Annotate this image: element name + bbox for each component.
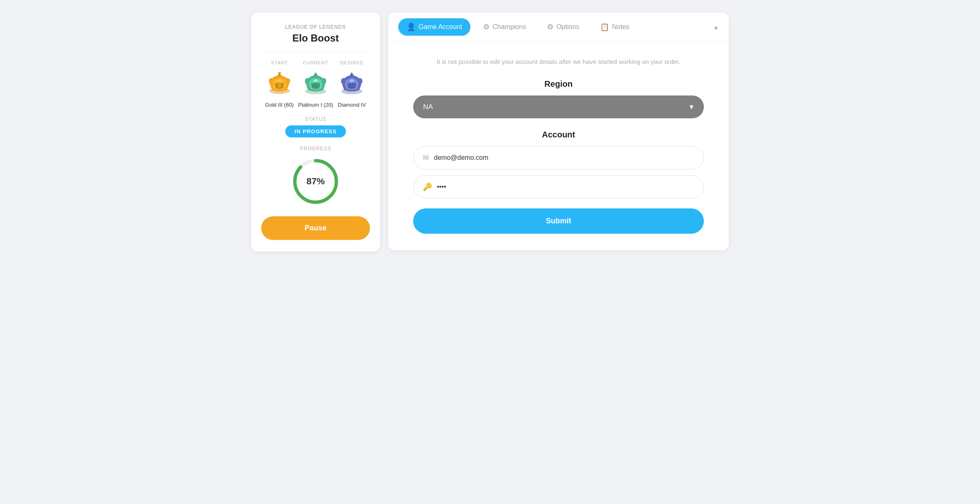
right-panel: 👤 Game Account ⚙ Champions ⚙ Options 📋 N… bbox=[388, 12, 729, 250]
submit-button[interactable]: Submit bbox=[413, 208, 704, 234]
platinum-helmet-icon bbox=[301, 69, 331, 98]
pause-button[interactable]: Pause bbox=[261, 216, 370, 240]
panel-title: Elo Boost bbox=[261, 32, 370, 44]
ranks-row: START Gold III (60) CURRENT bbox=[261, 60, 370, 108]
notes-icon: 📋 bbox=[600, 22, 609, 32]
region-select-wrapper: NA EUW EUNE KR BR LAN LAS OCE TR RU ▼ bbox=[413, 95, 704, 118]
progress-text: 87% bbox=[306, 176, 325, 187]
svg-rect-1 bbox=[278, 72, 281, 74]
tab-game-account[interactable]: 👤 Game Account bbox=[398, 18, 470, 36]
tabs-row: 👤 Game Account ⚙ Champions ⚙ Options 📋 N… bbox=[388, 12, 729, 42]
account-label: Account bbox=[413, 130, 704, 139]
tabs-chevron-icon: ▲ bbox=[713, 24, 719, 30]
email-icon: ✉ bbox=[423, 153, 429, 162]
tab-options[interactable]: ⚙ Options bbox=[539, 18, 588, 36]
svg-point-4 bbox=[314, 79, 318, 82]
options-icon: ⚙ bbox=[547, 22, 554, 32]
rank-desired: DESIRED Diamond IV bbox=[334, 60, 370, 108]
rank-current-name: Platinum I (20) bbox=[298, 102, 333, 108]
password-icon: 🔑 bbox=[423, 182, 432, 191]
rank-start-label: START bbox=[271, 60, 288, 65]
status-badge: IN PROGRESS bbox=[285, 125, 345, 137]
progress-ring: 87% bbox=[291, 157, 341, 206]
left-panel: LEAGUE OF LEGENDS Elo Boost START Gold I… bbox=[251, 12, 380, 252]
rank-desired-name: Diamond IV bbox=[338, 102, 366, 108]
email-input-row: ✉ bbox=[413, 146, 704, 169]
status-section: STATUS IN PROGRESS bbox=[261, 116, 370, 137]
progress-label: PROGRESS bbox=[261, 146, 370, 152]
password-input[interactable] bbox=[437, 183, 694, 191]
tab-champions[interactable]: ⚙ Champions bbox=[475, 18, 534, 36]
tab-notes-label: Notes bbox=[612, 23, 630, 31]
divider bbox=[261, 51, 370, 52]
game-subtitle: LEAGUE OF LEGENDS bbox=[261, 24, 370, 30]
status-label: STATUS bbox=[261, 116, 370, 122]
rank-current: CURRENT Platinum I (20) bbox=[297, 60, 333, 108]
svg-point-2 bbox=[277, 79, 282, 82]
email-input[interactable] bbox=[434, 154, 694, 161]
tab-game-account-label: Game Account bbox=[419, 23, 462, 31]
password-input-row: 🔑 bbox=[413, 175, 704, 198]
champions-icon: ⚙ bbox=[483, 22, 490, 32]
tab-notes[interactable]: 📋 Notes bbox=[592, 18, 638, 36]
rank-current-label: CURRENT bbox=[303, 60, 328, 65]
tab-champions-label: Champions bbox=[492, 23, 526, 31]
rank-start: START Gold III (60) bbox=[261, 60, 297, 108]
region-select[interactable]: NA EUW EUNE KR BR LAN LAS OCE TR RU bbox=[413, 95, 704, 118]
right-content: It is not possible to edit your account … bbox=[388, 42, 729, 250]
tab-options-label: Options bbox=[556, 23, 579, 31]
rank-desired-label: DESIRED bbox=[340, 60, 363, 65]
region-label: Region bbox=[413, 79, 704, 89]
progress-section: PROGRESS 87% bbox=[261, 146, 370, 206]
gold-helmet-icon bbox=[265, 69, 294, 98]
diamond-helmet-icon bbox=[337, 69, 367, 98]
rank-start-name: Gold III (60) bbox=[265, 102, 294, 108]
user-icon: 👤 bbox=[407, 22, 416, 32]
edit-notice: It is not possible to edit your account … bbox=[413, 57, 704, 67]
